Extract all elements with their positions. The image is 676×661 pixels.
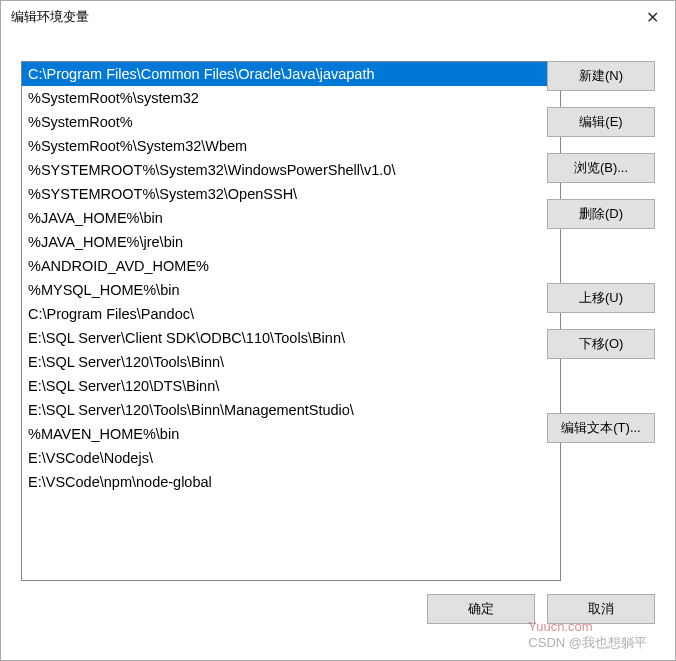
titlebar: 编辑环境变量 ✕	[1, 1, 675, 33]
dialog-window: 编辑环境变量 ✕ C:\Program Files\Common Files\O…	[0, 0, 676, 661]
side-button-panel: 新建(N) 编辑(E) 浏览(B)... 删除(D) 上移(U) 下移(O) 编…	[547, 61, 655, 459]
list-item[interactable]: C:\Program Files\Common Files\Oracle\Jav…	[22, 62, 560, 86]
delete-button[interactable]: 删除(D)	[547, 199, 655, 229]
list-item[interactable]: %MAVEN_HOME%\bin	[22, 422, 560, 446]
list-item[interactable]: E:\VSCode\Nodejs\	[22, 446, 560, 470]
move-down-button[interactable]: 下移(O)	[547, 329, 655, 359]
list-item[interactable]: %SystemRoot%\System32\Wbem	[22, 134, 560, 158]
window-title: 编辑环境变量	[11, 8, 89, 26]
list-item[interactable]: E:\SQL Server\120\Tools\Binn\ManagementS…	[22, 398, 560, 422]
move-up-button[interactable]: 上移(U)	[547, 283, 655, 313]
close-icon: ✕	[646, 8, 659, 27]
list-item[interactable]: E:\SQL Server\Client SDK\ODBC\110\Tools\…	[22, 326, 560, 350]
list-item[interactable]: %JAVA_HOME%\bin	[22, 206, 560, 230]
list-item[interactable]: %JAVA_HOME%\jre\bin	[22, 230, 560, 254]
browse-button[interactable]: 浏览(B)...	[547, 153, 655, 183]
list-item[interactable]: E:\SQL Server\120\DTS\Binn\	[22, 374, 560, 398]
new-button[interactable]: 新建(N)	[547, 61, 655, 91]
path-listbox[interactable]: C:\Program Files\Common Files\Oracle\Jav…	[21, 61, 561, 581]
close-button[interactable]: ✕	[629, 1, 675, 33]
bottom-button-panel: 确定 取消	[427, 594, 655, 640]
list-item[interactable]: %ANDROID_AVD_HOME%	[22, 254, 560, 278]
list-item[interactable]: %SystemRoot%\system32	[22, 86, 560, 110]
list-item[interactable]: %MYSQL_HOME%\bin	[22, 278, 560, 302]
edit-text-button[interactable]: 编辑文本(T)...	[547, 413, 655, 443]
content-area: C:\Program Files\Common Files\Oracle\Jav…	[21, 61, 655, 640]
list-item[interactable]: %SYSTEMROOT%\System32\OpenSSH\	[22, 182, 560, 206]
ok-button[interactable]: 确定	[427, 594, 535, 624]
list-item[interactable]: C:\Program Files\Pandoc\	[22, 302, 560, 326]
edit-button[interactable]: 编辑(E)	[547, 107, 655, 137]
list-item[interactable]: E:\VSCode\npm\node-global	[22, 470, 560, 494]
cancel-button[interactable]: 取消	[547, 594, 655, 624]
list-item[interactable]: %SYSTEMROOT%\System32\WindowsPowerShell\…	[22, 158, 560, 182]
list-item[interactable]: E:\SQL Server\120\Tools\Binn\	[22, 350, 560, 374]
list-item[interactable]: %SystemRoot%	[22, 110, 560, 134]
